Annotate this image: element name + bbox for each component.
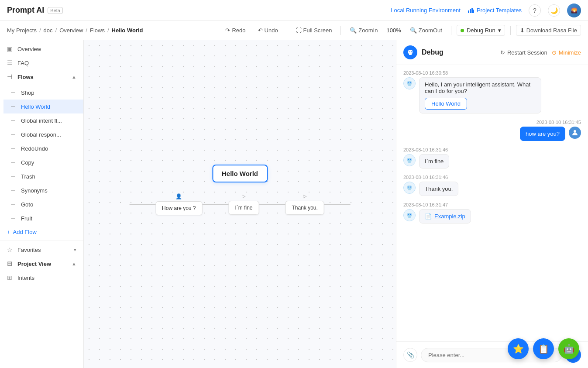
debug-title: Debug (422, 48, 496, 56)
svg-rect-8 (407, 81, 412, 85)
breadcrumb-my-projects[interactable]: My Projects (7, 27, 37, 34)
sidebar-item-shop[interactable]: ⊣ Shop (3, 86, 83, 100)
sidebar-item-trash[interactable]: ⊣ Trash (3, 169, 83, 183)
project-templates-label: Project Templates (477, 7, 522, 14)
svg-point-20 (410, 187, 411, 188)
sidebar-item-global-intent[interactable]: ⊣ Global intent fl... (3, 113, 83, 127)
user-node-icon: 👤 (175, 193, 182, 199)
flow-icon-synonyms: ⊣ (10, 187, 17, 194)
svg-rect-1 (470, 9, 471, 13)
breadcrumb-doc[interactable]: doc (44, 27, 53, 34)
breadcrumb-flows[interactable]: Flows (90, 27, 105, 34)
bot-icon-3 (406, 184, 413, 191)
bot-msg-text-2: I`m fine (425, 158, 444, 165)
flow-icon-global-intent: ⊣ (10, 117, 17, 124)
sidebar-item-project-view[interactable]: ⊟ Project View ▲ (0, 257, 83, 271)
breadcrumb-overview[interactable]: Overview (59, 27, 83, 34)
svg-point-6 (409, 52, 410, 52)
restart-icon: ↻ (500, 49, 505, 56)
user-msg-bubble-1: how are you? (520, 127, 565, 141)
flow-nodes-row: 👤 How are you ? ▷ I`m fine ▷ Thank you. (129, 193, 351, 215)
fab-robot-btn[interactable]: 🤖 (558, 338, 579, 359)
msg-ts-5: 2023-08-10 16:31:47 (403, 202, 581, 207)
flow-icon-copy: ⊣ (10, 159, 17, 166)
sidebar-item-global-respon[interactable]: ⊣ Global respon... (3, 127, 83, 141)
sidebar-item-goto[interactable]: ⊣ Goto (3, 197, 83, 211)
sidebar-item-intents[interactable]: ⊞ Intents (0, 271, 83, 285)
sidebar-item-copy[interactable]: ⊣ Copy (3, 155, 83, 169)
local-env-link[interactable]: Local Running Environment (391, 7, 461, 14)
chart-icon (468, 7, 475, 14)
sidebar-item-fruit[interactable]: ⊣ Fruit (3, 211, 83, 225)
flow-icon-global-respon: ⊣ (10, 131, 17, 138)
avatar[interactable]: 🌄 (567, 3, 581, 17)
bot-avatar-4 (403, 209, 416, 221)
msg-ts-3: 2023-08-10 16:31:46 (403, 147, 581, 152)
msg-row-2: how are you? (403, 127, 581, 141)
svg-rect-3 (473, 10, 474, 13)
help-icon: ? (533, 7, 536, 14)
flow-node-box-2[interactable]: I`m fine (228, 201, 259, 215)
help-btn[interactable]: ? (529, 4, 541, 17)
toolbar-divider-1 (287, 26, 287, 35)
bot-msg-bubble-1: Hello, I am your intelligent assistant. … (419, 77, 541, 113)
project-view-chevron-icon: ▲ (72, 261, 76, 266)
beta-badge: Beta (48, 7, 63, 14)
download-btn[interactable]: ⬇ Download Rasa File (516, 25, 581, 36)
project-templates-btn[interactable]: Project Templates (468, 7, 522, 14)
minimize-btn[interactable]: ⊙ Minimize (552, 49, 581, 56)
fullscreen-btn[interactable]: ⛶ Full Screen (292, 25, 336, 35)
debug-dot (461, 29, 464, 32)
download-icon: ⬇ (520, 27, 525, 34)
zoom-out-btn[interactable]: 🔍 ZoomOut (406, 25, 446, 35)
svg-rect-18 (408, 189, 411, 190)
redo-btn[interactable]: ↷ Redo (222, 25, 249, 35)
attach-btn[interactable]: 📎 (403, 348, 417, 362)
fab-star-btn[interactable]: ⭐ (508, 338, 529, 359)
bot-avatar-2 (403, 154, 416, 166)
debug-header: Debug ↻ Restart Session ⊙ Minimize (396, 40, 588, 65)
sidebar-item-synonyms[interactable]: ⊣ Synonyms (3, 183, 83, 197)
toolbar-divider-2 (340, 26, 341, 35)
sidebar-item-overview[interactable]: ▣ Overview (0, 42, 83, 56)
sidebar-item-flows[interactable]: ⊣ Flows ▲ (0, 70, 83, 84)
msg-row-3: I`m fine (403, 154, 581, 169)
flow-node-how-are-you: 👤 How are you ? (155, 193, 202, 215)
fab-clipboard-btn[interactable]: 📋 (533, 338, 554, 359)
zoom-pct: 100% (386, 27, 401, 34)
svg-point-11 (410, 83, 411, 83)
main-layout: ▣ Overview ☰ FAQ ⊣ Flows ▲ ⊣ Shop ⊣ Hell… (0, 40, 588, 368)
file-icon: 📄 (425, 213, 432, 220)
sidebar-item-redoundo[interactable]: ⊣ RedoUndo (3, 141, 83, 155)
hello-world-chip[interactable]: Hello World (425, 98, 467, 110)
msg-group-5: 2023-08-10 16:31:47 📄 Example.zip (403, 202, 581, 224)
flow-node-box-1[interactable]: How are you ? (155, 201, 202, 215)
bot-msg-bubble-2: I`m fine (419, 154, 449, 169)
svg-rect-17 (407, 186, 412, 189)
sidebar: ▣ Overview ☰ FAQ ⊣ Flows ▲ ⊣ Shop ⊣ Hell… (0, 40, 84, 368)
msg-group-4: 2023-08-10 16:31:46 Thank you. (403, 175, 581, 196)
flows-icon: ⊣ (7, 73, 14, 80)
sidebar-item-hello-world[interactable]: ⊣ Hello World (3, 100, 83, 113)
msg-row-4: Thank you. (403, 182, 581, 196)
svg-point-12 (574, 130, 576, 133)
undo-btn[interactable]: ↶ Undo (254, 25, 282, 35)
plus-icon: + (7, 229, 10, 235)
msg-row-1: Hello, I am your intelligent assistant. … (403, 77, 581, 113)
flow-line-1 (129, 204, 155, 205)
debug-run-btn[interactable]: Debug Run ▾ (457, 25, 505, 36)
file-link[interactable]: 📄 Example.zip (425, 213, 465, 220)
add-flow-btn[interactable]: + Add Flow (0, 225, 83, 239)
toolbar-divider-4 (510, 26, 511, 35)
sidebar-item-favorites[interactable]: ☆ Favorites ▾ (0, 243, 83, 257)
sidebar-divider-1 (0, 241, 83, 241)
restart-session-btn[interactable]: ↻ Restart Session (500, 49, 547, 56)
flow-main-node[interactable]: Hello World (212, 165, 268, 182)
sidebar-item-faq[interactable]: ☰ FAQ (0, 56, 83, 70)
flow-icon-hello-world: ⊣ (10, 103, 17, 110)
svg-rect-4 (408, 50, 413, 54)
zoom-in-btn[interactable]: 🔍 ZoomIn (346, 25, 381, 35)
theme-btn[interactable]: 🌙 (548, 4, 560, 17)
flow-node-box-3[interactable]: Thank you. (285, 201, 324, 215)
user-msg-text-1: how are you? (526, 131, 560, 137)
